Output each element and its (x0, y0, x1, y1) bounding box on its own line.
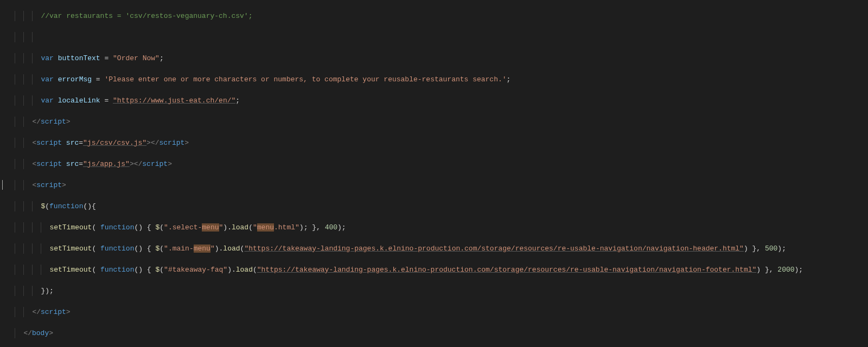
code-line (2, 32, 868, 43)
code-line: var buttonText = "Order Now"; (2, 53, 868, 64)
code-line: </body> (2, 328, 868, 339)
search-highlight: menu (202, 223, 219, 232)
text-cursor (2, 180, 3, 190)
code-line: $(function(){ (2, 201, 868, 212)
code-line: </script> (2, 307, 868, 318)
code-line: setTimeout( function() { $("#takeaway-fa… (2, 265, 868, 275)
code-line: var errorMsg = 'Please enter one or more… (2, 74, 868, 85)
code-line: setTimeout( function() { $(".select-menu… (2, 222, 868, 233)
code-line: <script src="js/csv/csv.js"></script> (2, 138, 868, 149)
code-line: var localeLink = "https://www.just-eat.c… (2, 95, 868, 106)
code-line: setTimeout( function() { $(".main-menu")… (2, 243, 868, 254)
search-highlight: menu (194, 245, 210, 253)
code-line: //var restaurants = 'csv/restos-veganuar… (2, 11, 868, 22)
search-highlight: menu (257, 223, 274, 232)
code-line: }); (2, 286, 868, 297)
code-line: <script src="js/app.js"></script> (2, 159, 868, 170)
comment: //var restaurants = 'csv/restos-veganuar… (41, 12, 252, 20)
code-line: <script> (2, 180, 868, 191)
code-line: </script> (2, 117, 868, 127)
code-editor[interactable]: //var restaurants = 'csv/restos-veganuar… (0, 0, 868, 347)
